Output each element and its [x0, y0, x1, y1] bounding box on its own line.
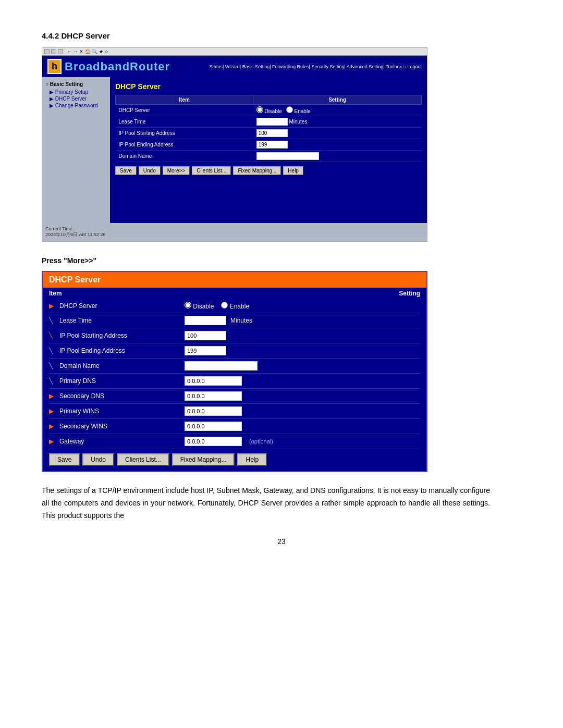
panel-row-primary-wins: ▶ Primary WINS [49, 404, 420, 419]
dhcp-buttons-small: Save Undo More>> Clients List... Fixed M… [115, 166, 422, 175]
panel-label-secondary-dns: Secondary DNS [59, 392, 104, 400]
undo-btn-small[interactable]: Undo [139, 166, 161, 175]
router-main: DHCP Server Item Setting DHCP Server Dis… [110, 77, 427, 223]
panel-setting-primary-wins [185, 406, 242, 416]
panel-row-label-secondary-dns: ▶ Secondary DNS [49, 392, 185, 400]
panel-label-lease-time: Lease Time [59, 317, 92, 324]
panel-pool-end-input[interactable] [185, 346, 226, 355]
router-footer: Current Time 2003年10月8日 AM 11:52:26 [42, 223, 427, 241]
panel-row-secondary-dns: ▶ Secondary DNS [49, 389, 420, 404]
panel-primary-dns-input[interactable] [185, 376, 242, 386]
panel-radio-enable-label[interactable]: Enable [221, 302, 249, 310]
panel-secondary-dns-input[interactable] [185, 391, 242, 401]
panel-secondary-wins-input[interactable] [185, 422, 242, 431]
current-time-value: 2003年10月8日 AM 11:52:26 [45, 231, 424, 238]
dhcp-panel-header: DHCP Server [43, 272, 426, 288]
section-title: 4.4.2 DHCP Server [42, 31, 521, 40]
radio-disable-label[interactable]: Disable [256, 106, 282, 114]
titlebar-btn-1[interactable] [44, 49, 50, 54]
sidebar-primary-setup[interactable]: ▶ Primary Setup [50, 89, 107, 95]
row-label-lease: Lease Time [116, 116, 253, 128]
radio-group-dhcp: Disable Enable [256, 106, 419, 114]
table-row: Domain Name [116, 151, 422, 162]
arrow-icon-dhcp: ▶ [49, 302, 56, 310]
row-setting-pool-start [253, 128, 422, 139]
panel-row-label-secondary-wins: ▶ Secondary WINS [49, 423, 185, 430]
panel-setting-pool-end [185, 346, 226, 355]
panel-primary-wins-input[interactable] [185, 406, 242, 416]
panel-help-btn[interactable]: Help [237, 453, 267, 466]
router-screenshot: ← → ✕ 🏠 🔍 ★ ☆ h BroadbandRouter Status| … [42, 47, 427, 242]
panel-radio-enable[interactable] [221, 302, 228, 309]
panel-row-dhcp-server: ▶ DHCP Server Disable Enable [49, 299, 420, 313]
pool-end-input[interactable] [256, 141, 288, 149]
clients-list-btn-small[interactable]: Clients List... [192, 166, 231, 175]
panel-row-label-primary-dns: ╲ Primary DNS [49, 377, 185, 385]
router-nav: Status| Wizard| Basic Setting| Forwardin… [209, 64, 422, 69]
router-header: h BroadbandRouter Status| Wizard| Basic … [42, 56, 427, 77]
router-sidebar: ○ Basic Setting ▶ Primary Setup ▶ DHCP S… [42, 77, 110, 223]
titlebar-btn-2[interactable] [51, 49, 56, 54]
titlebar-btn-3[interactable] [58, 49, 63, 54]
panel-setting-lease: Minutes [185, 316, 252, 325]
row-setting-lease: Minutes [253, 116, 422, 128]
panel-undo-btn[interactable]: Undo [82, 453, 114, 466]
body-text: The settings of a TCP/IP environment inc… [42, 485, 490, 522]
panel-radio-disable[interactable] [185, 302, 191, 309]
arrow-icon-domain: ╲ [49, 362, 56, 369]
dhcp-panel-table-header: Item Setting [43, 288, 426, 299]
panel-pool-start-input[interactable] [185, 331, 226, 340]
table-row: DHCP Server Disable Enable [116, 105, 422, 116]
dhcp-panel-body: ▶ DHCP Server Disable Enable ╲ Lease Tim… [43, 299, 426, 471]
sidebar-section: ○ Basic Setting ▶ Primary Setup ▶ DHCP S… [45, 81, 107, 108]
arrow-icon-primary-dns: ╲ [49, 377, 56, 385]
row-setting-domain [253, 151, 422, 162]
help-btn-small[interactable]: Help [283, 166, 303, 175]
panel-row-domain: ╲ Domain Name [49, 359, 420, 374]
panel-row-label-gateway: ▶ Gateway [49, 438, 185, 445]
row-setting-dhcp: Disable Enable [253, 105, 422, 116]
radio-enable[interactable] [286, 106, 293, 113]
arrow-icon-secondary-wins: ▶ [49, 423, 56, 430]
radio-disable[interactable] [256, 106, 263, 113]
radio-enable-label[interactable]: Enable [286, 106, 311, 114]
row-label-domain: Domain Name [116, 151, 253, 162]
panel-save-btn[interactable]: Save [49, 453, 80, 466]
titlebar-buttons [44, 49, 63, 54]
radio-group-panel-dhcp: Disable Enable [185, 302, 249, 310]
fixed-mapping-btn-small[interactable]: Fixed Mapping... [233, 166, 281, 175]
logo-box: h [47, 59, 62, 74]
panel-col-item: Item [49, 290, 62, 297]
panel-label-primary-dns: Primary DNS [59, 377, 96, 385]
arrow-icon-pool-start: ╲ [49, 332, 56, 339]
dhcp-panel: DHCP Server Item Setting ▶ DHCP Server D… [42, 271, 427, 472]
save-btn-small[interactable]: Save [115, 166, 137, 175]
panel-clients-list-btn[interactable]: Clients List... [117, 453, 169, 466]
panel-fixed-mapping-btn[interactable]: Fixed Mapping... [172, 453, 235, 466]
lease-time-input[interactable] [256, 118, 288, 126]
row-label-pool-end: IP Pool Ending Address [116, 139, 253, 151]
panel-domain-input[interactable] [185, 361, 258, 371]
more-btn-small[interactable]: More>> [163, 166, 190, 175]
panel-label-dhcp-server: DHCP Server [59, 302, 97, 310]
router-logo: h BroadbandRouter [47, 59, 170, 74]
pool-start-input[interactable] [256, 129, 288, 137]
sidebar-basic-setting: ○ Basic Setting [45, 81, 107, 87]
arrow-icon-primary-wins: ▶ [49, 408, 56, 415]
sidebar-change-password[interactable]: ▶ Change Password [50, 103, 107, 108]
panel-row-label-dhcp: ▶ DHCP Server [49, 302, 185, 310]
panel-buttons: Save Undo Clients List... Fixed Mapping.… [49, 449, 420, 466]
panel-radio-disable-label[interactable]: Disable [185, 302, 214, 310]
sidebar-dhcp-server[interactable]: ▶ DHCP Server [50, 96, 107, 102]
panel-gateway-input[interactable] [185, 437, 242, 446]
panel-row-gateway: ▶ Gateway (optional) [49, 434, 420, 449]
router-brand: BroadbandRouter [65, 60, 170, 73]
panel-setting-primary-dns [185, 376, 242, 386]
domain-name-input[interactable] [256, 152, 319, 160]
panel-label-gateway: Gateway [59, 438, 84, 445]
panel-label-primary-wins: Primary WINS [59, 408, 99, 415]
panel-lease-input[interactable] [185, 316, 226, 325]
router-titlebar: ← → ✕ 🏠 🔍 ★ ☆ [42, 48, 427, 56]
dhcp-table: Item Setting DHCP Server Disable Enable [115, 95, 422, 162]
arrow-icon-gateway: ▶ [49, 438, 56, 445]
